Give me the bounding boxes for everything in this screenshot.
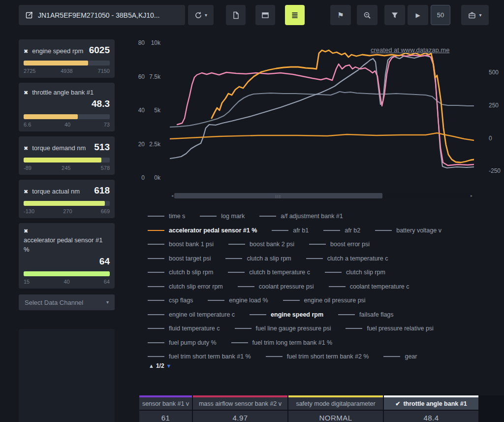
filter-button[interactable] [384,5,405,25]
close-icon[interactable]: ✖ [24,145,28,152]
legend-item[interactable]: a/f adjustment bank #1 [259,213,343,220]
gauge-mid: 270 [34,208,101,214]
legend-item[interactable]: battery voltage v [375,227,441,234]
close-icon[interactable]: ✖ [24,90,28,96]
legend-item[interactable]: afr b2 [323,227,360,234]
legend-label: boost bank 1 psi [169,241,214,248]
legend-label: engine speed rpm [271,311,323,318]
legend-item[interactable]: fuel pump duty % [148,339,217,346]
channel-value: 4.97 [193,411,287,422]
list-view-button[interactable] [285,5,305,25]
legend-label: fuel pressure relative psi [367,325,433,332]
check-icon: ✔ [395,400,400,407]
close-icon[interactable]: ✖ [24,228,28,234]
panel-view-button[interactable] [255,5,275,25]
channel-label: safety mode digitalparameter [296,400,375,407]
pager-up-icon[interactable]: ▲ [149,363,154,369]
legend-label: clutch a slip rpm [247,255,291,262]
document-view-button[interactable] [226,5,246,25]
legend-label: accelerator pedal sensor #1 % [169,227,257,234]
legend-swatch-icon [231,342,248,343]
axis-tick-label: 500 [489,69,504,76]
pager-down-icon[interactable]: ▼ [166,363,172,369]
gauge-max: 64 [104,279,110,285]
flag-button[interactable]: ⚑ [330,5,351,25]
close-icon[interactable]: ✖ [24,189,28,195]
gauge-bar-track [24,114,110,119]
play-button[interactable]: ▶ [408,5,428,25]
refresh-button[interactable]: ▾ [188,5,214,25]
scroll-right-icon[interactable]: ▸ [469,193,474,199]
legend-swatch-icon [259,216,276,217]
gauge-bar-track [24,158,110,162]
legend-item[interactable]: boost bank 1 psi [148,241,214,248]
legend-swatch-icon [238,286,254,287]
legend-item[interactable]: clutch a slip rpm [225,255,291,262]
legend-label: fluid temperature c [169,325,220,332]
legend-item[interactable]: accelerator pedal sensor #1 % [148,227,257,234]
legend-item[interactable]: clutch a temperature c [306,255,388,262]
legend-swatch-icon [383,356,400,357]
toolbar: JN1AR5EF9EM271050 - 38B5A,KJ10... ▾ ⚑ ▶ … [19,5,489,25]
gauge-panel: ✖ torque demand nm 513 -89 245 578 [19,136,115,175]
legend-item[interactable]: fuel line gauge pressure psi [235,325,331,332]
legend-item[interactable]: log mark [200,213,245,220]
chart-scrollbar[interactable]: ◂ ||| ▸ [170,193,474,199]
legend-item[interactable]: engine oil pressure psi [283,297,366,304]
scrollbar-thumb[interactable]: ||| [174,193,382,198]
legend-item[interactable]: fluid temperature c [148,325,220,332]
legend-item[interactable]: clutch b temperature c [228,269,310,276]
legend-swatch-icon [148,314,164,315]
select-data-channel-dropdown[interactable]: Select Data Channel ▾ [19,294,115,310]
legend-item[interactable]: coolant temperature c [329,283,410,290]
legend-label: battery voltage v [396,227,441,234]
legend-item[interactable]: time s [148,213,185,220]
series-orange-flat [170,133,474,140]
row-count-input[interactable] [431,5,450,25]
legend-label: a/f adjustment bank #1 [281,213,343,220]
legend-item[interactable]: boost error psi [309,241,370,248]
legend-item[interactable]: csp flags [148,297,193,304]
gauge-value: 618 [94,185,110,196]
channel-card[interactable]: sensor bank #1 v 61 [139,395,192,422]
briefcase-icon [468,11,476,19]
gauge-value: 64 [99,256,110,267]
legend-item[interactable]: clutch b slip rpm [148,269,213,276]
legend-item[interactable]: gear [383,353,417,360]
axis-tick-label: 0 [489,135,504,142]
gauge-min: -89 [24,165,32,171]
legend-item[interactable]: failsafe flags [338,311,393,318]
chart-plot-area[interactable]: created at www.datazap.me [170,38,474,181]
axis-tick-label: 40 [130,107,145,114]
legend-row: fuel pump duty %fuel trim long term bank… [148,338,482,347]
legend-label: fuel trim short term bank #2 % [287,353,369,360]
zoom-out-button[interactable] [357,5,378,25]
axis-tick-label: 60 [130,73,145,80]
close-icon[interactable]: ✖ [24,48,28,55]
channel-card[interactable]: ✔ throttle angle bank #1 48.4 [384,395,478,422]
toolbox-button[interactable]: ▾ [461,5,489,25]
legend-row: time slog marka/f adjustment bank #1 [148,212,482,221]
legend-item[interactable]: boost target psi [148,255,211,262]
legend-item[interactable]: engine oil temperature c [148,311,235,318]
series-pink [177,55,474,165]
legend-item[interactable]: fuel pressure relative psi [346,325,433,332]
legend-item[interactable]: clutch slip rpm [325,269,385,276]
legend-swatch-icon [250,314,266,315]
legend-item[interactable]: engine load % [208,297,268,304]
channel-card[interactable]: safety mode digitalparameter NORMAL [288,395,383,422]
open-log-button[interactable]: JN1AR5EF9EM271050 - 38B5A,KJ10... [19,5,185,25]
legend-item[interactable]: boost bank 2 psi [228,241,294,248]
legend-item[interactable]: coolant pressure psi [238,283,314,290]
legend-item[interactable]: engine speed rpm [250,311,323,318]
channel-card[interactable]: mass airflow sensor bank #2 v 4.97 [193,395,287,422]
legend-swatch-icon [323,230,340,231]
legend-item[interactable]: fuel trim short term bank #2 % [266,353,369,360]
legend-item[interactable]: fuel trim short term bank #1 % [148,353,251,360]
select-data-channel-label: Select Data Channel [25,299,83,306]
legend-item[interactable]: clutch slip error rpm [148,283,223,290]
legend-item[interactable]: fuel trim long term bank #1 % [231,339,333,346]
gauge-panel: ✖ torque actual nm 618 -130 270 669 [19,180,115,218]
legend-label: engine load % [229,297,268,304]
legend-item[interactable]: afr b1 [272,227,309,234]
